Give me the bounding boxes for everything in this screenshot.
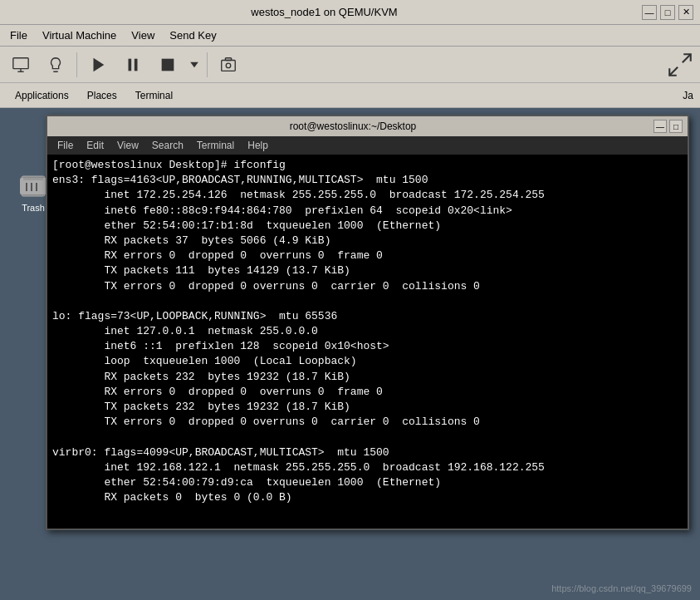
pause-button[interactable]: [117, 50, 149, 80]
svg-rect-8: [222, 60, 236, 71]
svg-rect-5: [135, 58, 138, 71]
chevron-down-icon: [188, 58, 201, 71]
toolbar-divider-2: [207, 52, 208, 77]
svg-rect-10: [225, 57, 231, 60]
svg-marker-7: [190, 61, 198, 66]
gnome-panel: Applications Places Terminal Ja: [0, 83, 700, 108]
play-button[interactable]: [82, 50, 114, 80]
play-icon: [89, 56, 107, 74]
terminal-menu-view[interactable]: View: [110, 138, 145, 153]
menu-send-key[interactable]: Send Key: [163, 27, 223, 43]
places-menu[interactable]: Places: [79, 88, 125, 103]
lightbulb-icon: [47, 56, 65, 74]
svg-marker-3: [94, 57, 105, 71]
menu-virtual-machine[interactable]: Virtual Machine: [36, 27, 123, 43]
outer-close-button[interactable]: ✕: [678, 5, 693, 20]
svg-rect-4: [129, 58, 132, 71]
stop-icon: [159, 56, 177, 74]
watermark: https://blog.csdn.net/qq_39679699: [551, 583, 692, 593]
terminal-menu-edit[interactable]: Edit: [80, 138, 110, 153]
svg-point-9: [226, 63, 231, 68]
desktop: Trash root@westoslinux:~/Desktop — □ Fil…: [0, 108, 700, 600]
terminal-title-controls: — □: [653, 120, 683, 133]
outer-restore-button[interactable]: □: [660, 5, 675, 20]
terminal-menu-help[interactable]: Help: [241, 138, 275, 153]
toolbar: [0, 47, 700, 83]
terminal-window: root@westoslinux:~/Desktop — □ File Edit…: [46, 115, 689, 530]
terminal-title-bar: root@westoslinux:~/Desktop — □: [47, 116, 688, 136]
terminal-menu-terminal[interactable]: Terminal: [190, 138, 241, 153]
terminal-maximize-button[interactable]: □: [669, 120, 683, 133]
screenshot-button[interactable]: [213, 50, 244, 80]
pause-icon: [124, 56, 142, 74]
applications-menu[interactable]: Applications: [7, 88, 77, 103]
svg-line-12: [669, 66, 678, 75]
show-button[interactable]: [5, 50, 37, 80]
svg-line-11: [683, 54, 691, 62]
menu-view[interactable]: View: [125, 27, 161, 43]
svg-rect-18: [23, 178, 43, 180]
svg-rect-0: [13, 57, 28, 68]
terminal-menu-bar: File Edit View Search Terminal Help: [47, 136, 688, 155]
stop-button[interactable]: [152, 50, 184, 80]
toolbar-divider-1: [76, 52, 77, 77]
panel-right-label: Ja: [683, 90, 693, 101]
outer-menu-bar: File Virtual Machine View Send Key: [0, 25, 700, 47]
terminal-menu-search[interactable]: Search: [145, 138, 190, 153]
screenshot-icon: [219, 56, 237, 74]
svg-rect-6: [162, 58, 174, 71]
media-dropdown-button[interactable]: [187, 50, 202, 80]
fullscreen-icon: [666, 51, 694, 79]
terminal-body[interactable]: [root@westoslinux Desktop]# ifconfig ens…: [47, 155, 688, 529]
monitor-icon: [12, 56, 30, 74]
outer-window-controls: — □ ✕: [642, 5, 693, 20]
outer-title-bar: westos_node1 on QEMU/KVM — □ ✕: [0, 0, 700, 25]
outer-window-title: westos_node1 on QEMU/KVM: [7, 6, 642, 18]
lightbulb-button[interactable]: [40, 50, 71, 80]
terminal-menu[interactable]: Terminal: [127, 88, 181, 103]
trash-label: Trash: [22, 203, 45, 213]
outer-minimize-button[interactable]: —: [642, 5, 657, 20]
menu-file[interactable]: File: [3, 27, 34, 43]
terminal-minimize-button[interactable]: —: [653, 120, 667, 133]
terminal-menu-file[interactable]: File: [51, 138, 80, 153]
fullscreen-button[interactable]: [665, 50, 695, 80]
trash-icon: [17, 170, 50, 203]
terminal-title: root@westoslinux:~/Desktop: [52, 120, 653, 132]
